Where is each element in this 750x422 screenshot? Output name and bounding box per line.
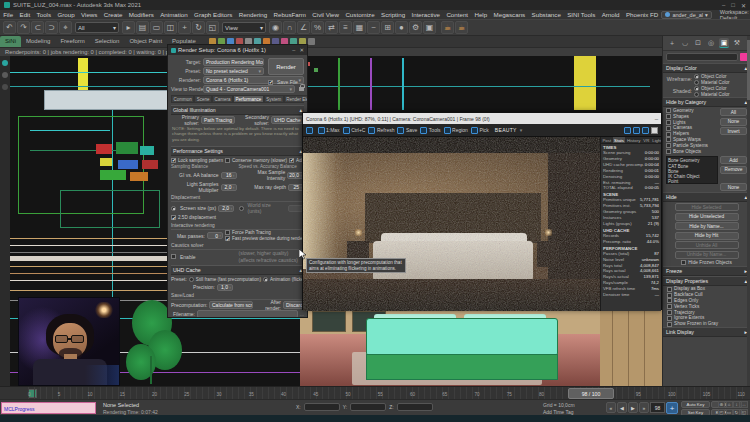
- maximize-button[interactable]: □: [731, 2, 735, 9]
- menu-item[interactable]: Edit: [16, 10, 33, 19]
- vfb-minimize-button[interactable]: –: [655, 116, 658, 122]
- move-icon[interactable]: +: [178, 21, 191, 34]
- curve-editor-icon[interactable]: ~: [367, 21, 380, 34]
- wireframe-object-color-radio[interactable]: [694, 74, 699, 79]
- link-display-rollout[interactable]: Link Display▸: [663, 327, 750, 337]
- animation-radio[interactable]: [263, 277, 268, 282]
- reference-coordinate-dropdown[interactable]: View▾: [222, 22, 266, 33]
- vfb-toolbar-button[interactable]: 1:Max: [318, 127, 340, 134]
- primary-solver-dropdown[interactable]: Path Tracing▾: [201, 116, 235, 124]
- menu-item[interactable]: Views: [78, 10, 101, 19]
- minimize-button[interactable]: –: [722, 2, 725, 9]
- shaded-material-color-radio[interactable]: [694, 92, 699, 97]
- freeze-rollout[interactable]: Freeze▸: [663, 266, 750, 276]
- selection-filter-dropdown[interactable]: All▾: [75, 22, 119, 33]
- wireframe-material-color-radio[interactable]: [694, 80, 699, 85]
- vfb-tab-vr[interactable]: VR: [642, 137, 651, 143]
- menu-item[interactable]: Megascans: [490, 10, 528, 19]
- modify-panel-icon[interactable]: ◡: [680, 38, 690, 48]
- shaded-object-color-radio[interactable]: [694, 86, 699, 91]
- hide-by-category-rollout[interactable]: Hide by Category▴: [663, 97, 750, 107]
- hide-rollout[interactable]: Hide▴: [663, 192, 750, 202]
- menu-item[interactable]: Tools: [33, 10, 54, 19]
- ribbon-tab-object-paint[interactable]: Object Paint: [124, 36, 167, 47]
- menu-item[interactable]: Animation: [157, 10, 191, 19]
- menu-item[interactable]: Help: [471, 10, 490, 19]
- display-panel-icon[interactable]: ▣: [719, 38, 729, 48]
- fast-denoise-checkbox[interactable]: [225, 236, 230, 241]
- max-passes-spinner[interactable]: 0↕: [207, 232, 223, 239]
- none-button[interactable]: None: [720, 118, 747, 126]
- vfb-toolbar-button[interactable]: Save: [397, 127, 417, 134]
- rotate-icon[interactable]: ↻: [192, 21, 205, 34]
- undo-icon[interactable]: ↶: [3, 21, 16, 34]
- layout-icon[interactable]: [2, 60, 8, 66]
- hierarchy-panel-icon[interactable]: ⊡: [693, 38, 703, 48]
- dialog-minimize-button[interactable]: –: [292, 47, 295, 53]
- mirror-icon[interactable]: ⇄: [325, 21, 338, 34]
- dialog-close-button[interactable]: ✕: [299, 47, 304, 53]
- close-button[interactable]: ✕: [741, 2, 746, 9]
- zoom-icon[interactable]: ⊕: [718, 401, 725, 408]
- render-button[interactable]: Render: [268, 58, 304, 75]
- display-properties-rollout[interactable]: Display Properties▴: [663, 276, 750, 286]
- light-samples-spinner[interactable]: 2,0↕: [221, 184, 237, 191]
- preset-dropdown[interactable]: No preset selected▾: [203, 67, 264, 75]
- previous-frame-button[interactable]: ◀: [617, 402, 627, 413]
- user-account-button[interactable]: ander_de_al ▾: [661, 11, 711, 19]
- zoom-extents-icon[interactable]: ↕: [733, 401, 740, 408]
- precision-spinner[interactable]: 1,0↕: [217, 284, 233, 291]
- ribbon-tab-modeling[interactable]: Modeling: [21, 36, 55, 47]
- go-to-start-button[interactable]: «: [606, 402, 616, 413]
- play-button[interactable]: ▶: [628, 402, 638, 413]
- after-render-dropdown[interactable]: Discard▾: [283, 301, 304, 309]
- ribbon-tab-sini[interactable]: SiNi: [0, 36, 21, 47]
- vfb-toolbar-button[interactable]: Refresh: [368, 127, 394, 134]
- menu-item[interactable]: Customize: [342, 10, 378, 19]
- ab-compare-icon[interactable]: [624, 127, 631, 134]
- field-of-view-icon[interactable]: ↔: [741, 401, 748, 408]
- vfb-toolbar-button[interactable]: Tools: [420, 127, 440, 134]
- save-file-checkbox[interactable]: [268, 80, 273, 85]
- menu-item[interactable]: RebusFarm: [270, 10, 309, 19]
- vfb-toolbar-button[interactable]: Pick: [471, 127, 489, 134]
- unhide-all-button[interactable]: Unhide All: [675, 241, 739, 249]
- redo-icon[interactable]: ↷: [17, 21, 30, 34]
- menu-item[interactable]: Civil View: [309, 10, 342, 19]
- select-and-link-icon[interactable]: ⊂: [31, 21, 44, 34]
- vfb-tab-post[interactable]: Post: [601, 137, 613, 143]
- render-production-icon[interactable]: ☕: [441, 21, 454, 34]
- menu-item[interactable]: Interactive: [408, 10, 443, 19]
- bind-to-spacewarp-icon[interactable]: ⌖: [59, 21, 72, 34]
- tab-camera[interactable]: Camera: [212, 95, 233, 102]
- filename-browse-button[interactable]: ...: [300, 311, 304, 317]
- vfb-tab-history[interactable]: History: [625, 137, 641, 143]
- precomputation-dropdown[interactable]: Calculate from scratch▾: [209, 301, 253, 309]
- search-input[interactable]: [666, 53, 738, 61]
- angle-snap-icon[interactable]: ∠: [297, 21, 310, 34]
- material-editor-icon[interactable]: ●: [395, 21, 408, 34]
- rectangular-selection-icon[interactable]: ▭: [150, 21, 163, 34]
- window-crossing-icon[interactable]: ◫: [164, 21, 177, 34]
- current-frame-field[interactable]: 98: [650, 402, 665, 413]
- percent-snap-icon[interactable]: %: [311, 21, 324, 34]
- menu-item[interactable]: Arnold: [598, 10, 622, 19]
- align-icon[interactable]: ≡: [339, 21, 352, 34]
- histogram-icon[interactable]: [642, 127, 649, 134]
- menu-item[interactable]: SINI Tools: [564, 10, 598, 19]
- layout-icon[interactable]: [2, 72, 8, 78]
- rendered-frame-icon[interactable]: ▣: [423, 21, 436, 34]
- lock-view-icon[interactable]: [299, 87, 304, 91]
- layer-manager-icon[interactable]: ▦: [353, 21, 366, 34]
- render-element-dropdown[interactable]: BEAUTY: [495, 127, 517, 133]
- menu-item[interactable]: Substance: [528, 10, 564, 19]
- layout-icon[interactable]: [2, 84, 8, 90]
- target-dropdown[interactable]: Production Rendering Mode▾: [203, 58, 264, 66]
- display-color-rollout[interactable]: Display Color▴: [663, 63, 750, 73]
- use-center-icon[interactable]: ◉: [269, 21, 282, 34]
- menu-item[interactable]: Scripting: [378, 10, 408, 19]
- render-iterative-icon[interactable]: ☕: [455, 21, 468, 34]
- listbox-item[interactable]: Point: [668, 179, 716, 184]
- schematic-view-icon[interactable]: ⊞: [381, 21, 394, 34]
- y-coordinate-field[interactable]: [350, 403, 386, 411]
